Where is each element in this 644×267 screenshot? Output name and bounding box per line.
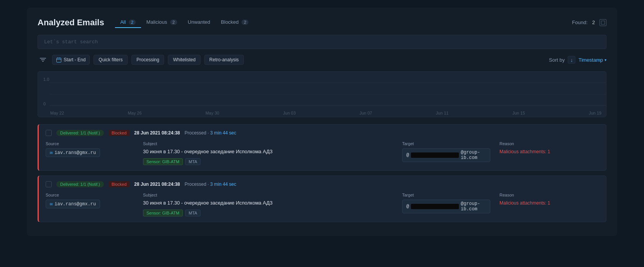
page-title: Analyzed Emails	[38, 18, 104, 28]
date-range-label: Start - End	[64, 57, 85, 62]
chart-x-labels: May 22 May 26 May 30 Jun 03 Jun 07 Jun 1…	[49, 111, 603, 115]
card-fields-1: Source ✉ iav.rans@gmx.ru Subject 30 июня…	[46, 141, 599, 165]
card-top-row-1: Delivered: 1/1 (Notif.) Blocked 28 Jun 2…	[46, 130, 599, 136]
tab-unwanted[interactable]: Unwanted	[182, 17, 216, 28]
expand-icon[interactable]	[600, 19, 606, 26]
sensor-tags-2: Sensor: GIB-ATM MTA	[143, 210, 393, 216]
processed-label-1: Processed · 3 min 44 sec	[185, 130, 237, 136]
date-range-filter[interactable]: Start - End	[52, 55, 90, 65]
target-badge-2: @ @group-ib.com	[402, 200, 490, 213]
timestamp-1: 28 Jun 2021 08:24:38	[134, 130, 180, 136]
card-fields-2: Source ✉ iav.rans@gmx.ru Subject 30 июня…	[46, 193, 599, 216]
source-field-2: Source ✉ iav.rans@gmx.ru	[46, 193, 134, 216]
card-top-row-2: Delivered: 1/1 (Notif.) Blocked 28 Jun 2…	[46, 181, 599, 187]
svg-rect-4	[57, 58, 61, 62]
x-label-1: May 26	[128, 111, 141, 115]
sensor-tag-gibs-1: Sensor: GIB-ATM	[143, 158, 183, 165]
whitelisted-filter-button[interactable]: Whitelisted	[168, 55, 200, 65]
tab-all[interactable]: All 2	[115, 17, 141, 28]
sensor-tag-gibs-2: Sensor: GIB-ATM	[143, 210, 183, 216]
x-label-2: May 30	[205, 111, 219, 115]
reason-field-2: Reason Malicious attachments: 1	[499, 193, 599, 216]
processing-filter-button[interactable]: Processing	[131, 55, 164, 65]
chart-area: 1.0 0 May 22 May 26 May 30 Jun 03 Jun 07…	[38, 71, 606, 117]
source-email-badge-2: ✉ iav.rans@gmx.ru	[46, 200, 100, 208]
sort-by-label: Sort by	[549, 57, 565, 63]
processed-label-2: Processed · 3 min 44 sec	[185, 182, 237, 187]
source-field-1: Source ✉ iav.rans@gmx.ru	[46, 141, 134, 165]
blocked-badge-1: Blocked	[108, 130, 130, 136]
source-email-badge-1: ✉ iav.rans@gmx.ru	[46, 148, 100, 157]
x-label-4: Jun 07	[360, 111, 372, 115]
retro-analysis-filter-button[interactable]: Retro-analysis	[204, 55, 244, 65]
header-right: Found: 2	[572, 19, 606, 26]
sort-controls: Sort by ↓ Timestamp	[549, 56, 606, 64]
x-label-3: Jun 03	[283, 111, 296, 115]
sort-value[interactable]: Timestamp	[578, 57, 606, 63]
page-wrapper: Analyzed Emails All 2 Malicious 2 Unwant…	[27, 8, 617, 236]
sort-direction-button[interactable]: ↓	[568, 56, 575, 64]
email-checkbox-2[interactable]	[46, 181, 52, 187]
tab-malicious[interactable]: Malicious 2	[141, 17, 182, 28]
tabs-nav: All 2 Malicious 2 Unwanted Blocked 2	[115, 17, 254, 28]
subject-field-2: Subject 30 июня в 17.30 - очередное засе…	[143, 193, 393, 216]
email-card-1[interactable]: Delivered: 1/1 (Notif.) Blocked 28 Jun 2…	[38, 124, 606, 171]
delivered-badge-1: Delivered: 1/1 (Notif.)	[56, 130, 104, 136]
email-checkbox-1[interactable]	[46, 130, 52, 136]
x-label-5: Jun 11	[436, 111, 449, 115]
email-card-2[interactable]: Delivered: 1/1 (Notif.) Blocked 28 Jun 2…	[38, 175, 606, 222]
delivered-badge-2: Delivered: 1/1 (Notif.)	[56, 181, 104, 187]
filter-toggle-button[interactable]	[38, 54, 48, 65]
target-field-1: Target @ @group-ib.com	[402, 141, 490, 165]
header: Analyzed Emails All 2 Malicious 2 Unwant…	[38, 17, 606, 28]
target-badge-1: @ @group-ib.com	[402, 148, 490, 162]
sensor-tag-mta-1: MTA	[185, 158, 200, 165]
x-label-7: Jun 19	[589, 111, 601, 115]
filters-row: Start - End Quick filters Processing Whi…	[38, 54, 606, 65]
quick-filters-button[interactable]: Quick filters	[94, 55, 128, 65]
found-count: 2	[592, 20, 595, 25]
chart-svg	[38, 81, 606, 108]
svg-rect-0	[601, 21, 605, 24]
blocked-badge-2: Blocked	[108, 181, 130, 187]
reason-value-2: Malicious attachments: 1	[499, 200, 550, 206]
sensor-tags-1: Sensor: GIB-ATM MTA	[143, 158, 393, 165]
sensor-tag-mta-2: MTA	[185, 210, 200, 216]
reason-value-1: Malicious attachments: 1	[499, 149, 550, 154]
reason-field-1: Reason Malicious attachments: 1	[499, 141, 599, 165]
timestamp-2: 28 Jun 2021 08:24:38	[134, 182, 180, 187]
subject-field-1: Subject 30 июня в 17.30 - очередное засе…	[143, 141, 393, 165]
search-placeholder: Let`s start search	[44, 39, 98, 45]
target-field-2: Target @ @group-ib.com	[402, 193, 490, 216]
found-label: Found:	[572, 20, 587, 25]
x-label-0: May 22	[50, 111, 64, 115]
x-label-6: Jun 15	[512, 111, 525, 115]
tab-blocked[interactable]: Blocked 2	[215, 17, 254, 28]
search-bar[interactable]: Let`s start search	[38, 35, 606, 49]
